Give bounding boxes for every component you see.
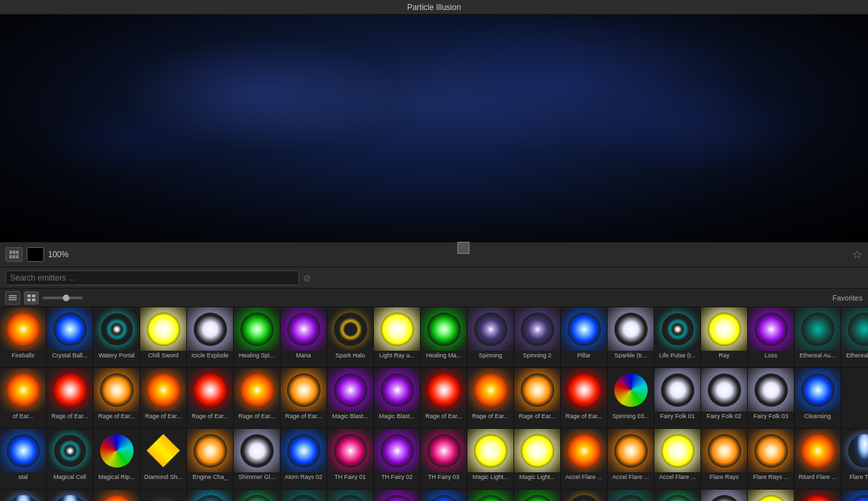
list-item[interactable]: Flare Rays ...	[748, 429, 795, 489]
list-item[interactable]: Magic Light...	[514, 429, 561, 489]
list-item[interactable]: Engine Cha_	[187, 429, 234, 489]
list-item[interactable]: Flare Trails	[841, 429, 868, 489]
search-input[interactable]	[5, 271, 299, 285]
list-item[interactable]: stal	[0, 429, 47, 489]
favorites-star-button[interactable]: ☆	[852, 247, 863, 262]
list-item[interactable]: Cleansing	[795, 368, 841, 428]
list-item[interactable]: Crystal Ball...	[47, 307, 93, 367]
list-item[interactable]: Accel Flare ...	[561, 429, 608, 489]
list-item[interactable]: Magic Blast...	[374, 368, 421, 428]
particle-effect-preview	[147, 495, 180, 502]
list-item[interactable]: Magic Light...	[467, 429, 514, 489]
list-item[interactable]: Smokey Sp...	[140, 490, 187, 501]
cell-label: TH Fairy 01	[327, 472, 373, 481]
list-item[interactable]: Rage of Ear...	[795, 490, 841, 501]
list-item[interactable]: Spinning 2	[514, 307, 561, 367]
list-item[interactable]: Magical Rip...	[93, 429, 140, 489]
list-item[interactable]: Loss	[748, 307, 795, 367]
list-item[interactable]: Watery Portal	[93, 307, 140, 367]
svg-rect-12	[27, 299, 31, 301]
particle-effect-preview	[427, 434, 461, 468]
list-item[interactable]: Flame Magi...	[93, 490, 140, 501]
size-slider[interactable]	[43, 297, 83, 299]
list-item[interactable]: Atom Rays 02	[280, 429, 327, 489]
list-item[interactable]: Magic - He...	[514, 490, 561, 501]
list-item[interactable]: Rage of Ear...	[47, 368, 93, 428]
list-item[interactable]: Magic Blast...	[327, 368, 374, 428]
list-item[interactable]: Fairy Folk 02	[701, 368, 748, 428]
cloud-background	[0, 15, 868, 242]
list-item[interactable]: Rage of Ear...	[187, 368, 234, 428]
list-item[interactable]: Rage of Ear...	[561, 368, 608, 428]
grid-view-button[interactable]	[24, 291, 39, 305]
particle-effect-preview	[381, 373, 414, 407]
list-item[interactable]: Spinning	[467, 307, 514, 367]
list-item[interactable]: Flare Rays	[701, 429, 748, 489]
cell-label: Shimmer Gl...	[234, 472, 280, 481]
list-item[interactable]: Rage of Ear...	[514, 368, 561, 428]
list-item[interactable]: Ethereal Au...	[795, 307, 841, 367]
list-item[interactable]: Chill Sword	[140, 307, 187, 367]
list-item[interactable]: Fairy Folk 03	[748, 368, 795, 428]
list-item[interactable]: Mana	[280, 307, 327, 367]
list-view-button[interactable]	[5, 291, 20, 305]
particle-effect-preview	[53, 373, 87, 407]
list-item[interactable]: Magic - Win...	[608, 490, 654, 501]
list-item[interactable]: Magic - Saf...	[654, 490, 701, 501]
list-item[interactable]: Rage of Ear...	[280, 368, 327, 428]
list-item[interactable]: Shimmer Gl...	[234, 429, 280, 489]
list-item[interactable]: Magic Pool (	[841, 490, 868, 501]
list-item[interactable]: Life Pulse (t...	[654, 307, 701, 367]
list-item[interactable]: TH Fairy 03	[421, 429, 467, 489]
list-item[interactable]: Diamond Sh...	[140, 429, 187, 489]
list-item[interactable]: Ethereal So...	[841, 307, 868, 367]
list-item[interactable]: Magic Smo...	[280, 490, 327, 501]
list-item[interactable]: TH Fairy 01	[327, 429, 374, 489]
black-square-button[interactable]	[27, 247, 44, 262]
list-item[interactable]: TH Fairy 02	[374, 429, 421, 489]
list-item[interactable]: Magic - He...	[467, 490, 514, 501]
list-item[interactable]: Icicle Explode	[187, 307, 234, 367]
list-item[interactable]: Magic - Gra...	[701, 490, 748, 501]
preview-canvas[interactable]	[0, 15, 868, 242]
list-item[interactable]: Ritard Flare ...	[795, 429, 841, 489]
film-strip-button[interactable]	[5, 247, 23, 262]
list-item[interactable]: Rage of Ear...	[93, 368, 140, 428]
list-item[interactable]: Ray	[701, 307, 748, 367]
particle-effect-preview	[147, 373, 180, 407]
list-item[interactable]: Rage of Ear...	[467, 368, 514, 428]
list-item[interactable]: Ethereal Au...	[421, 490, 467, 501]
list-item[interactable]: Spinning 03...	[608, 368, 654, 428]
grid-row-3: railsFlare Trails ...Flame Magi...Smokey…	[0, 490, 868, 501]
list-item[interactable]: Ethereal Au...	[374, 490, 421, 501]
list-item[interactable]: Magical Cell	[47, 429, 93, 489]
list-item[interactable]: Magic Smo...	[327, 490, 374, 501]
list-item[interactable]: Fireballs	[0, 307, 47, 367]
list-item[interactable]: Rage of Ear...	[421, 368, 467, 428]
list-item[interactable]: Flash Burst ...	[748, 490, 795, 501]
list-item[interactable]: Pillar	[561, 307, 608, 367]
favorites-label[interactable]: Favorites	[833, 294, 863, 302]
list-item[interactable]: Electric Glo...	[234, 490, 280, 501]
cell-thumbnail	[0, 429, 47, 472]
list-item[interactable]: Sparkle (tr...	[608, 307, 654, 367]
particle-effect-preview	[194, 495, 227, 502]
list-item[interactable]: of Ear...	[0, 368, 47, 428]
list-item[interactable]: Fairy Folk 01	[654, 368, 701, 428]
list-item[interactable]: Rage of Ear...	[140, 368, 187, 428]
list-item[interactable]: Healing Ma...	[421, 307, 467, 367]
list-item[interactable]: Accel Flare ...	[608, 429, 654, 489]
clear-search-button[interactable]: ⊘	[303, 273, 311, 283]
list-item[interactable]: Magic - Hol...	[561, 490, 608, 501]
svg-rect-6	[16, 255, 18, 258]
list-item[interactable]: Accel Flare ...	[654, 429, 701, 489]
list-item[interactable]: Spark Halo	[327, 307, 374, 367]
list-item[interactable]: Warp Flash ...	[187, 490, 234, 501]
list-item[interactable]: rails	[0, 490, 47, 501]
cell-thumbnail	[654, 429, 701, 472]
list-item[interactable]: Healing Spi...	[234, 307, 280, 367]
list-item[interactable]: Light Ray a...	[374, 307, 421, 367]
emitter-grid[interactable]: FireballsCrystal Ball...Watery PortalChi…	[0, 307, 868, 501]
list-item[interactable]: Flare Trails ...	[47, 490, 93, 501]
list-item[interactable]: Rage of Ear...	[234, 368, 280, 428]
